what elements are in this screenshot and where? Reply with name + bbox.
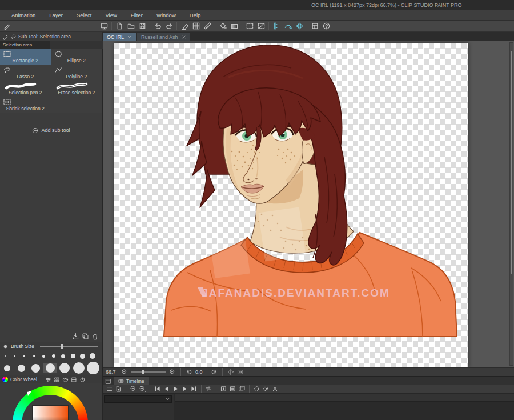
zoom-slider[interactable] (131, 371, 166, 373)
menu-select[interactable]: Select (77, 12, 91, 18)
menu-layer[interactable]: Layer (49, 12, 63, 18)
brush-size-option[interactable] (10, 355, 19, 357)
specify-cels-icon[interactable] (229, 385, 236, 393)
loop-playback-icon[interactable] (205, 385, 212, 393)
fit-to-screen-icon[interactable] (237, 369, 244, 375)
marquee-select-icon[interactable] (244, 21, 255, 31)
zoom-in-icon[interactable] (169, 369, 176, 375)
brush-size-option[interactable] (49, 354, 58, 358)
subtool-group-tab[interactable]: Selection area (0, 41, 50, 49)
tab-timeline[interactable]: Timeline (114, 377, 149, 385)
gradient-icon[interactable] (228, 21, 240, 31)
palette-dock-icon[interactable] (1, 21, 13, 31)
scrollbar-thumb[interactable] (511, 51, 512, 274)
subtool-polyline[interactable]: Polyline 2 (51, 65, 103, 81)
material-icon[interactable] (309, 21, 320, 31)
next-frame-icon[interactable] (181, 385, 188, 393)
deselect-icon[interactable] (255, 21, 267, 31)
menu-filter[interactable]: Filter (131, 12, 143, 18)
go-to-end-icon[interactable] (190, 385, 198, 393)
timeline-separator (150, 385, 150, 393)
brush-size-option[interactable] (0, 365, 14, 371)
color-wheel[interactable] (8, 383, 99, 420)
new-timeline-icon[interactable] (115, 385, 122, 393)
grid-icon[interactable] (190, 21, 202, 31)
approx-color-tab-icon[interactable] (71, 377, 77, 383)
open-file-icon[interactable] (125, 21, 136, 31)
canvas-document[interactable]: JAFANADIS.DEVIANTART.COM (114, 43, 468, 367)
brush-size-option[interactable] (39, 355, 49, 358)
brush-size-option[interactable] (57, 363, 71, 373)
brush-size-option[interactable] (78, 354, 87, 359)
saturation-value-square[interactable] (32, 405, 69, 420)
subtool-ellipse[interactable]: Ellipse 2 (51, 49, 103, 65)
prev-frame-icon[interactable] (163, 385, 170, 393)
subtool-shrink-selection[interactable]: Shrink selection 2 (0, 97, 51, 113)
color-slider-tab-icon[interactable] (45, 377, 51, 383)
rotate-right-icon[interactable] (211, 369, 218, 375)
eraser-icon[interactable] (179, 21, 190, 31)
new-animation-cel-icon[interactable] (220, 385, 227, 393)
flip-horizontal-icon[interactable] (227, 369, 234, 375)
zoom-out-icon[interactable] (121, 369, 128, 375)
add-sub-tool-button[interactable]: Add sub tool (0, 126, 102, 135)
subtool-selection-pen[interactable]: Selection pen 2 (0, 81, 51, 97)
menu-help[interactable]: Help (190, 12, 201, 18)
timeline-zoom-in-icon[interactable] (139, 385, 146, 393)
help-icon[interactable] (320, 21, 332, 31)
subtool-erase-selection[interactable]: Erase selection 2 (51, 81, 103, 97)
redo-icon[interactable] (163, 21, 175, 31)
brush-size-option[interactable] (14, 365, 29, 372)
trash-icon[interactable] (91, 333, 99, 340)
brush-size-option[interactable] (68, 354, 78, 358)
ruler-icon[interactable] (202, 21, 213, 31)
import-icon[interactable] (72, 333, 79, 340)
timeline-settings-icon[interactable] (271, 385, 279, 393)
enable-keyframes-icon[interactable] (253, 385, 260, 393)
timeline-zoom-out-icon[interactable] (130, 385, 137, 393)
timeline-menu-icon[interactable] (106, 385, 113, 393)
timeline-frame-ruler[interactable] (175, 394, 514, 402)
zoom-slider-thumb[interactable] (142, 370, 144, 374)
color-history-tab-icon[interactable] (79, 377, 86, 383)
brush-size-option[interactable] (19, 355, 29, 357)
snap-to-ruler-icon[interactable] (271, 21, 282, 31)
tab-russell-and-ash[interactable]: Russell and Ash (137, 33, 190, 41)
snap-to-special-ruler-icon[interactable] (282, 21, 294, 31)
brush-size-option[interactable] (87, 353, 97, 359)
color-set-tab-icon[interactable] (54, 377, 60, 383)
onion-skin-icon[interactable] (238, 385, 246, 393)
brush-size-option-selected[interactable] (43, 363, 57, 373)
brush-size-option[interactable] (86, 362, 100, 374)
brush-size-option[interactable] (0, 355, 10, 357)
new-canvas-icon[interactable] (114, 21, 125, 31)
close-icon[interactable] (127, 35, 132, 39)
save-icon[interactable] (136, 21, 148, 31)
brush-size-slider[interactable] (40, 346, 98, 347)
snap-to-grid-icon[interactable] (294, 21, 305, 31)
canvas-vertical-scrollbar[interactable] (509, 42, 513, 366)
menu-animation[interactable]: Animation (11, 12, 35, 18)
color-mixing-tab-icon[interactable] (62, 377, 69, 383)
brush-size-option[interactable] (29, 355, 39, 357)
close-icon[interactable] (182, 35, 186, 39)
brush-size-option[interactable] (29, 364, 43, 373)
panel-menu-icon[interactable] (105, 378, 111, 385)
add-keyframe-icon[interactable] (262, 385, 270, 393)
play-icon[interactable] (172, 385, 179, 393)
duplicate-icon[interactable] (82, 333, 89, 340)
brush-size-slider-thumb[interactable] (61, 344, 63, 349)
tab-oc-irl[interactable]: OC IRL (103, 33, 136, 41)
brush-size-option[interactable] (58, 354, 68, 358)
menu-view[interactable]: View (105, 12, 117, 18)
rotate-left-icon[interactable] (186, 369, 192, 375)
timeline-track-select[interactable] (104, 395, 172, 403)
fill-bucket-icon[interactable] (217, 21, 228, 31)
go-to-start-icon[interactable] (154, 385, 161, 393)
subtool-rectangle[interactable]: Rectangle 2 (0, 49, 51, 65)
undo-icon[interactable] (152, 21, 163, 31)
tablet-icon[interactable] (98, 21, 110, 31)
brush-size-option[interactable] (71, 362, 86, 374)
menu-window[interactable]: Window (156, 12, 176, 18)
subtool-lasso[interactable]: Lasso 2 (0, 65, 51, 81)
